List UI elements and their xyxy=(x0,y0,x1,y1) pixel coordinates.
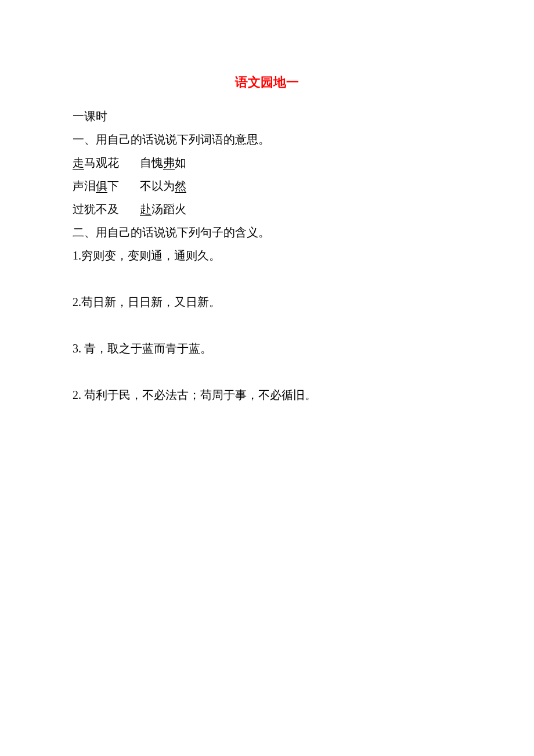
underlined-char: 赴 xyxy=(140,203,151,216)
question-1: 1.穷则变，变则通，通则久。 xyxy=(73,244,461,267)
idiom-text: 汤蹈火 xyxy=(151,203,186,215)
idiom-row-2: 声泪俱下不以为然 xyxy=(73,174,461,197)
underlined-char: 走 xyxy=(73,156,84,170)
section-2-heading: 二、用自己的话说说下列句子的含义。 xyxy=(73,221,461,244)
underlined-char: 然 xyxy=(175,179,186,193)
section-1-heading: 一、用自己的话说说下列词语的意思。 xyxy=(73,128,461,151)
idiom-text: 马观花 xyxy=(84,156,119,169)
question-2: 2.苟日新，日日新，又日新。 xyxy=(73,290,461,314)
idiom-text: 声泪 xyxy=(73,179,96,192)
idiom-row-1: 走马观花自愧弗如 xyxy=(73,151,461,174)
idiom-text: 自愧 xyxy=(140,156,163,169)
idiom-text: 如 xyxy=(175,156,186,169)
underlined-char: 俱 xyxy=(96,179,107,193)
idiom-text: 下 xyxy=(107,179,119,192)
idiom-text: 过犹不及 xyxy=(73,203,119,215)
document-title: 语文园地一 xyxy=(73,70,461,95)
question-4: 2. 苟利于民，不必法古；苟周于事，不必循旧。 xyxy=(73,383,461,406)
idiom-row-3: 过犹不及赴汤蹈火 xyxy=(73,197,461,221)
idiom-text: 不以为 xyxy=(140,179,175,192)
lesson-label: 一课时 xyxy=(73,105,461,128)
underlined-char: 弗 xyxy=(163,156,175,170)
question-3: 3. 青，取之于蓝而青于蓝。 xyxy=(73,337,461,360)
